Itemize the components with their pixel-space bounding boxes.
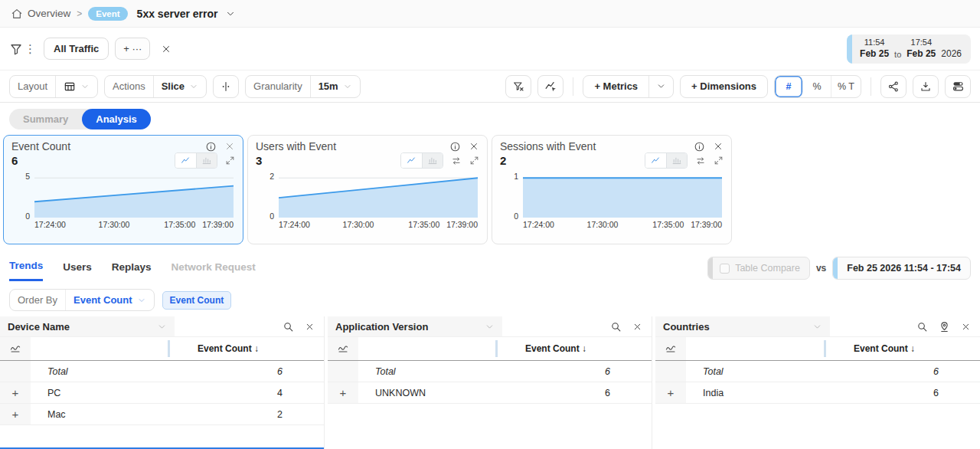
bar-chart-button[interactable] (422, 153, 443, 168)
bar-chart-button[interactable] (196, 153, 217, 168)
info-icon[interactable] (694, 141, 705, 152)
total-label: Total (686, 361, 824, 382)
expand-button[interactable] (225, 156, 235, 166)
search-icon[interactable] (283, 321, 294, 333)
card-event-count[interactable]: Event Count 6 (3, 135, 243, 244)
order-by-select[interactable]: Event Count (66, 294, 154, 306)
sparkline-icon[interactable] (337, 343, 349, 355)
filter-segment-chip[interactable]: All Traffic (44, 38, 109, 60)
filter-kebab-icon[interactable]: ⋮ (24, 43, 36, 54)
add-metrics-button[interactable]: + Metrics (583, 80, 648, 92)
dimension-select[interactable]: Application Version (328, 316, 502, 336)
row-name: India (686, 382, 824, 403)
compare-range-button[interactable]: Feb 25 2026 11:54 - 17:54 (832, 257, 971, 280)
tab-trends[interactable]: Trends (9, 260, 43, 281)
row-value: 6 (605, 388, 610, 398)
search-icon[interactable] (916, 321, 928, 333)
actions-select[interactable]: Slice (154, 76, 206, 97)
expand-row-button[interactable]: + (340, 387, 347, 398)
close-icon[interactable] (224, 141, 235, 152)
close-icon[interactable] (469, 141, 479, 152)
total-value: 6 (605, 366, 610, 377)
area-chart-sessions-with-event: 1 0 17:24:00 17:30:00 17:35:00 17:39:00 (523, 172, 722, 230)
close-icon[interactable] (305, 322, 315, 332)
expand-button[interactable] (469, 156, 479, 166)
order-by-control: Order By Event Count (9, 289, 155, 311)
table-row[interactable]: + PC 4 (0, 382, 324, 404)
metrics-dropdown-button[interactable] (648, 76, 673, 97)
entity-chevron-down-icon[interactable] (225, 8, 236, 19)
funnel-x-icon (512, 80, 524, 93)
bar-chart-button[interactable] (666, 153, 687, 168)
add-dimensions-button[interactable]: + Dimensions (681, 80, 767, 92)
search-icon[interactable] (610, 321, 622, 333)
add-filter-chip[interactable]: + ··· (115, 38, 150, 60)
close-icon[interactable] (713, 141, 724, 152)
swap-metric-button[interactable] (695, 156, 706, 166)
split-view-button[interactable] (213, 75, 239, 98)
line-chart-button[interactable] (175, 153, 196, 168)
value-column-header[interactable]: Event Count ↓ (824, 337, 945, 360)
filter-funnel-icon[interactable] (9, 42, 23, 56)
table-compare-checkbox[interactable] (720, 264, 730, 274)
layout-select[interactable] (56, 76, 97, 97)
table-row[interactable]: + Mac 2 (0, 404, 324, 425)
metric-chip-event-count[interactable]: Event Count (162, 291, 232, 310)
sparkline-icon[interactable] (9, 343, 21, 355)
format-number-button[interactable]: # (775, 76, 803, 97)
expand-row-button[interactable]: + (12, 408, 19, 420)
sparkline-icon[interactable] (665, 343, 677, 355)
format-percent-button[interactable]: % (803, 76, 831, 97)
home-icon (11, 8, 23, 20)
table-row[interactable]: + UNKNOWN 6 (328, 382, 652, 404)
total-value: 6 (277, 366, 283, 377)
close-icon[interactable] (961, 322, 971, 332)
granularity-select[interactable]: 15m (311, 76, 360, 97)
filter-toggle-button[interactable] (505, 75, 531, 98)
clear-filters-icon[interactable] (161, 44, 172, 54)
expand-button[interactable] (714, 156, 724, 166)
close-icon[interactable] (632, 322, 642, 332)
format-percent-total-button[interactable]: % T (831, 76, 861, 97)
map-pin-icon[interactable] (939, 321, 950, 333)
line-chart-button[interactable] (401, 153, 422, 168)
x-tick: 17:39:00 (691, 220, 722, 229)
table-countries: Countries Event Count ↓ (655, 316, 980, 449)
name-column-header (686, 337, 824, 360)
info-icon[interactable] (205, 141, 217, 152)
toggles-icon (952, 80, 965, 93)
card-value: 3 (256, 154, 400, 167)
tab-analysis[interactable]: Analysis (82, 109, 150, 129)
tab-summary[interactable]: Summary (9, 109, 82, 129)
info-icon[interactable] (449, 141, 461, 152)
swap-metric-button[interactable] (451, 156, 462, 166)
name-column-header (31, 337, 168, 360)
line-chart-icon (650, 156, 662, 166)
expand-row-button[interactable]: + (12, 387, 19, 398)
dimension-select[interactable]: Device Name (0, 316, 175, 336)
chart-toggle-button[interactable] (537, 75, 564, 98)
y-tick-zero: 0 (503, 211, 518, 221)
card-settings-button[interactable] (945, 75, 971, 98)
row-value: 2 (277, 409, 283, 420)
dimension-select[interactable]: Countries (655, 316, 830, 336)
download-button[interactable] (913, 75, 939, 98)
row-value: 6 (933, 388, 939, 398)
tab-users[interactable]: Users (63, 261, 92, 280)
value-column-header[interactable]: Event Count ↓ (495, 337, 616, 360)
date-range-picker[interactable]: 11:54 Feb 25 to 17:54 Feb 25 2026 (847, 34, 971, 64)
value-format-segments: # % % T (774, 75, 861, 98)
share-button[interactable] (880, 75, 906, 98)
card-sessions-with-event[interactable]: Sessions with Event 2 (492, 135, 732, 244)
line-chart-button[interactable] (645, 153, 666, 168)
x-tick: 17:30:00 (587, 220, 619, 229)
chart-type-toggle (400, 152, 443, 169)
value-column-header[interactable]: Event Count ↓ (168, 337, 289, 360)
table-compare-button[interactable]: Table Compare (707, 257, 810, 280)
row-value: 4 (277, 388, 283, 398)
card-users-with-event[interactable]: Users with Event 3 (247, 135, 488, 244)
table-row[interactable]: + India 6 (655, 382, 980, 404)
tab-replays[interactable]: Replays (112, 261, 152, 280)
expand-row-button[interactable]: + (668, 387, 675, 398)
breadcrumb-overview[interactable]: Overview (11, 8, 70, 20)
